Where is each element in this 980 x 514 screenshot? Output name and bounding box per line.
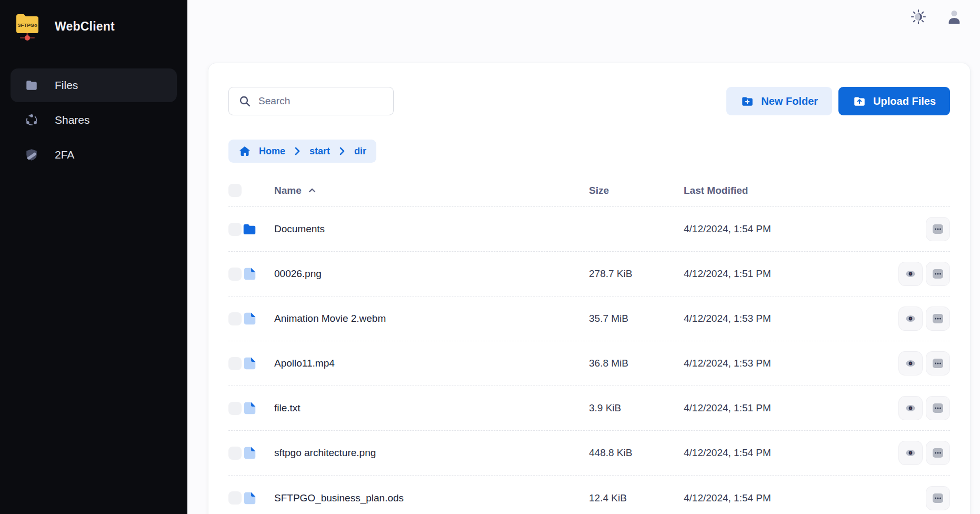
row-checkbox[interactable] (228, 268, 242, 281)
new-folder-button[interactable]: New Folder (726, 87, 832, 115)
sidebar-item-files[interactable]: Files (11, 68, 177, 102)
sidebar-item-label: Files (55, 79, 78, 92)
shield-icon (24, 147, 39, 162)
file-modified: 4/12/2024, 1:54 PM (684, 447, 886, 459)
app-title: WebClient (55, 19, 115, 34)
row-menu-button[interactable] (926, 486, 950, 510)
preview-button[interactable] (898, 351, 923, 375)
file-modified: 4/12/2024, 1:51 PM (684, 268, 886, 280)
file-size: 448.8 KiB (589, 447, 684, 459)
folder-plus-icon (741, 94, 754, 108)
file-table-body: Documents 4/12/2024, 1:54 PM (228, 207, 950, 514)
folder-blue-icon (242, 221, 257, 237)
table-row: Apollo11.mp4 36.8 MiB 4/12/2024, 1:53 PM (228, 341, 950, 386)
row-menu-button[interactable] (926, 217, 950, 241)
row-checkbox[interactable] (228, 491, 242, 505)
file-icon (242, 445, 257, 461)
ellipsis-menu-icon (931, 222, 945, 236)
ellipsis-menu-icon (931, 491, 945, 505)
chevron-right-icon (338, 147, 346, 155)
file-size: 36.8 MiB (589, 358, 684, 369)
ellipsis-menu-icon (931, 267, 945, 281)
upload-files-button[interactable]: Upload Files (838, 87, 950, 115)
preview-button[interactable] (898, 396, 923, 420)
breadcrumb-item-home[interactable]: Home (259, 146, 285, 157)
ellipsis-menu-icon (931, 312, 945, 325)
sidebar-nav: Files Shares 2FA (0, 68, 187, 172)
file-name[interactable]: 00026.png (274, 268, 589, 280)
column-header-name[interactable]: Name (274, 185, 589, 196)
sort-asc-icon (308, 186, 316, 195)
file-size: 278.7 KiB (589, 268, 684, 280)
chevron-right-icon (293, 147, 302, 155)
row-checkbox[interactable] (228, 357, 242, 370)
theme-toggle-icon[interactable] (911, 9, 926, 25)
row-menu-button[interactable] (926, 351, 950, 375)
file-modified: 4/12/2024, 1:53 PM (684, 313, 886, 324)
row-checkbox[interactable] (228, 312, 242, 325)
file-name[interactable]: Animation Movie 2.webm (274, 313, 589, 324)
eye-icon (904, 447, 917, 459)
file-manager-card: New Folder Upload Files Home start (208, 63, 971, 514)
row-menu-button[interactable] (926, 396, 950, 420)
sidebar-item-2fa[interactable]: 2FA (11, 138, 177, 172)
search-icon (238, 95, 251, 107)
row-menu-button[interactable] (926, 441, 950, 465)
file-size: 35.7 MiB (589, 313, 684, 324)
file-name[interactable]: file.txt (274, 402, 589, 414)
share-network-icon (24, 113, 39, 127)
table-row: SFTPGO_business_plan.ods 12.4 KiB 4/12/2… (228, 476, 950, 514)
home-icon[interactable] (238, 145, 251, 157)
column-header-modified[interactable]: Last Modified (684, 185, 886, 196)
file-modified: 4/12/2024, 1:53 PM (684, 358, 886, 369)
file-icon (242, 400, 257, 416)
eye-icon (904, 357, 917, 370)
ellipsis-menu-icon (931, 401, 945, 415)
topbar (187, 0, 980, 34)
preview-button[interactable] (898, 262, 923, 286)
file-name[interactable]: Apollo11.mp4 (274, 358, 589, 369)
file-modified: 4/12/2024, 1:54 PM (684, 492, 886, 504)
row-checkbox[interactable] (228, 447, 242, 460)
svg-text:SFTPGo: SFTPGo (17, 22, 37, 28)
row-menu-button[interactable] (926, 262, 950, 286)
file-icon (242, 490, 257, 506)
row-menu-button[interactable] (926, 307, 950, 331)
file-modified: 4/12/2024, 1:51 PM (684, 402, 886, 414)
brand: SFTPGo WebClient (0, 9, 187, 43)
sidebar: SFTPGo WebClient Files (0, 0, 187, 514)
select-all-checkbox[interactable] (228, 184, 242, 197)
sftpgo-logo-icon: SFTPGo (14, 11, 41, 42)
preview-button[interactable] (898, 441, 923, 465)
table-row: file.txt 3.9 KiB 4/12/2024, 1:51 PM (228, 386, 950, 431)
user-avatar-icon[interactable] (946, 9, 962, 25)
ellipsis-menu-icon (931, 357, 945, 370)
file-name[interactable]: Documents (274, 223, 589, 235)
file-size: 12.4 KiB (589, 492, 684, 504)
sidebar-item-label: 2FA (55, 149, 74, 161)
column-header-size[interactable]: Size (589, 185, 684, 196)
eye-icon (904, 268, 917, 280)
preview-button[interactable] (898, 307, 923, 331)
ellipsis-menu-icon (931, 446, 945, 460)
file-icon (242, 355, 257, 371)
table-header: Name Size Last Modified (228, 174, 950, 207)
breadcrumb-item-dir[interactable]: dir (354, 146, 366, 157)
file-name[interactable]: SFTPGO_business_plan.ods (274, 492, 589, 504)
breadcrumb: Home start dir (228, 140, 376, 163)
search-input[interactable] (258, 95, 387, 107)
file-icon (242, 266, 257, 282)
file-name[interactable]: sftpgo architecture.png (274, 447, 589, 459)
breadcrumb-item-start[interactable]: start (309, 146, 330, 157)
main-area: New Folder Upload Files Home start (187, 0, 980, 514)
sidebar-item-label: Shares (55, 114, 90, 126)
table-row: sftpgo architecture.png 448.8 KiB 4/12/2… (228, 431, 950, 476)
sidebar-item-shares[interactable]: Shares (11, 103, 177, 137)
file-icon (242, 311, 257, 327)
row-checkbox[interactable] (228, 402, 242, 415)
table-row: Documents 4/12/2024, 1:54 PM (228, 207, 950, 252)
eye-icon (904, 402, 917, 414)
file-modified: 4/12/2024, 1:54 PM (684, 223, 886, 235)
row-checkbox[interactable] (228, 223, 242, 236)
toolbar: New Folder Upload Files (228, 87, 950, 115)
